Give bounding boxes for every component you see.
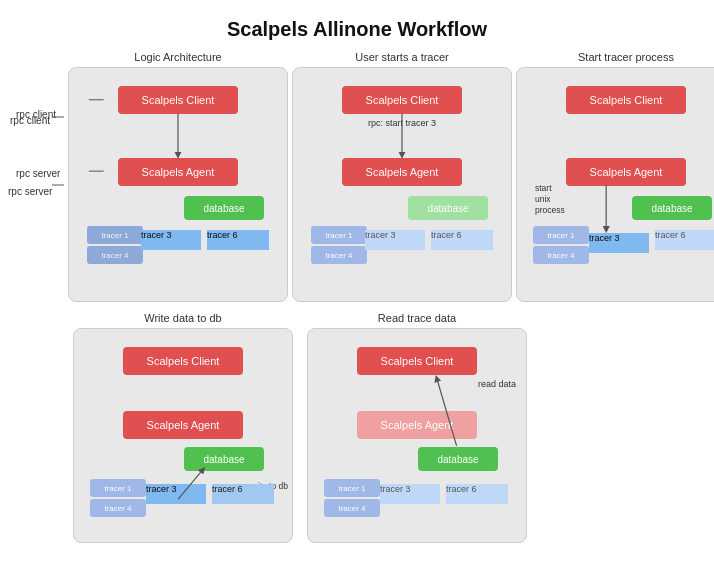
client-block-3: Scalpels Client [566, 86, 686, 114]
rpc-server-label: rpc server [16, 168, 60, 179]
read-label: read data [478, 379, 516, 389]
diagram3-box: Scalpels Client Scalpels Agent database … [516, 67, 714, 302]
diagram2-box: Scalpels Client rpc: start tracer 3 Scal… [292, 67, 512, 302]
tracer-chip-2-1: tracer 1 [311, 226, 367, 244]
tracer-chip-3-1: tracer 1 [533, 226, 589, 244]
db-block-2: database [408, 196, 488, 220]
start-process-label: startunixprocess [535, 183, 565, 216]
tracer-chip-3-4: tracer 4 [533, 246, 589, 264]
rpc-label-2: rpc: start tracer 3 [368, 118, 436, 128]
diagram4-box: Scalpels Client Scalpels Agent database … [73, 328, 293, 543]
diagram4-label: Write data to db [144, 312, 221, 324]
tracer-stack-1a: tracer 1 tracer 4 [87, 226, 143, 264]
rpc-client-side: rpc client [10, 115, 50, 126]
diagram3-label: Start tracer process [578, 51, 674, 63]
diagram2-wrapper: User starts a tracer Scalpels Client rpc… [292, 51, 512, 302]
agent-block-5: Scalpels Agent [357, 411, 477, 439]
diagram4-wrapper: Write data to db Scalpels Client Scalpel… [68, 312, 298, 543]
client-block-5: Scalpels Client [357, 347, 477, 375]
tracer3-named-2: tracer 3 [365, 230, 425, 250]
tracer-stack-2c: tracer 6 [431, 230, 493, 250]
agent-block-2: Scalpels Agent [342, 158, 462, 186]
tracer-stack-3b: tracer 3 [589, 233, 649, 253]
agent-block-4: Scalpels Agent [123, 411, 243, 439]
tracer-stack-1b: tracer 3 [141, 230, 201, 250]
tracer-chip-4-1: tracer 1 [90, 479, 146, 497]
db-block-3: database [632, 196, 712, 220]
tracer3-named-4: tracer 3 [146, 484, 206, 504]
tracer-chip-1: tracer 1 [87, 226, 143, 244]
tracer-stack-2a: tracer 1 tracer 4 [311, 226, 367, 264]
diagram5-box: Scalpels Client read data Scalpels Agent… [307, 328, 527, 543]
agent-block-3: Scalpels Agent [566, 158, 686, 186]
db-block-5: database [418, 447, 498, 471]
tracer3-named-3: tracer 3 [589, 233, 649, 253]
tracer-chip-5-4: tracer 4 [324, 499, 380, 517]
tracer-chip-5-1: tracer 1 [324, 479, 380, 497]
diagram2-label: User starts a tracer [355, 51, 449, 63]
client-block-2: Scalpels Client [342, 86, 462, 114]
tracer-stack-2b: tracer 3 [365, 230, 425, 250]
tracer-stack-4c: tracer 6 [212, 484, 274, 504]
client-block-4: Scalpels Client [123, 347, 243, 375]
tracer-chip-4: tracer 4 [87, 246, 143, 264]
tracer6-named-4: tracer 6 [212, 484, 274, 504]
tracer-stack-5a: tracer 1 tracer 4 [324, 479, 380, 517]
tracer-stack-3c: tracer 6 [655, 230, 714, 250]
tracer-stack-3a: tracer 1 tracer 4 [533, 226, 589, 264]
diagram1-label: Logic Architecture [134, 51, 221, 63]
diagram3-wrapper: Start tracer process Scalpels Client Sca… [516, 51, 714, 302]
tracer6-named-1: tracer 6 [207, 230, 269, 250]
tracer6-named-3: tracer 6 [655, 230, 714, 250]
db-block-4: database [184, 447, 264, 471]
tracer-stack-1c: tracer 6 [207, 230, 269, 250]
tracer-stack-5b: tracer 3 [380, 484, 440, 504]
tracer-stack-5c: tracer 6 [446, 484, 508, 504]
diagram5-wrapper: Read trace data Scalpels Client read dat… [302, 312, 532, 543]
tracer-chip-4-4: tracer 4 [90, 499, 146, 517]
diagram1-box: Scalpels Client Scalpels Agent database … [68, 67, 288, 302]
tracer-chip-2-4: tracer 4 [311, 246, 367, 264]
diagram5-label: Read trace data [378, 312, 456, 324]
agent-block-1: Scalpels Agent [118, 158, 238, 186]
rpc-server-side: rpc server [8, 186, 52, 197]
page-title: Scalpels Allinone Workflow [0, 0, 714, 51]
tracer6-named-2: tracer 6 [431, 230, 493, 250]
db-block-1: database [184, 196, 264, 220]
client-block-1: Scalpels Client [118, 86, 238, 114]
tracer3-named-1: tracer 3 [141, 230, 201, 250]
tracer-stack-4a: tracer 1 tracer 4 [90, 479, 146, 517]
tracer6-named-5: tracer 6 [446, 484, 508, 504]
tracer3-named-5: tracer 3 [380, 484, 440, 504]
tracer-stack-4b: tracer 3 [146, 484, 206, 504]
